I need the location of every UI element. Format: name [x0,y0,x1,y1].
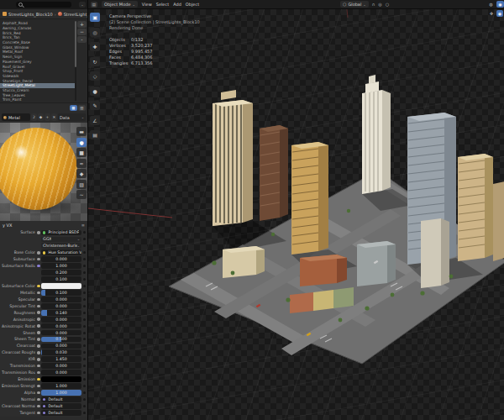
keyframe-dot[interactable] [83,271,86,274]
users-count-button[interactable]: 2 [31,113,37,121]
fake-user-button[interactable]: ◆ [38,113,44,121]
prop-field[interactable]: 0.000 [41,256,81,262]
keyframe-dot[interactable] [83,278,86,281]
prop-field[interactable]: Principled BSDF [41,230,81,236]
panel-options-icon[interactable]: ≡ [81,223,85,228]
prop-field[interactable]: 0.500 [41,337,81,343]
prop-field[interactable]: 0.030 [41,349,81,355]
tool-select-box[interactable]: ▣ [90,13,100,22]
shading-rendered-icon[interactable]: ◉ [496,1,504,8]
keyframe-dot[interactable] [83,358,86,360]
tool-move[interactable]: ✚ [90,42,100,51]
tool-transform[interactable]: ● [90,87,100,96]
preview-sphere-button[interactable]: ● [76,138,87,147]
keyframe-dot[interactable] [83,298,86,301]
tool-annotate[interactable]: ✎ [90,101,100,110]
prop-field[interactable]: 0.000 [41,317,81,323]
shading-material-icon[interactable]: ◍ [487,1,495,8]
menu-view[interactable]: View [142,2,152,7]
search-input[interactable] [16,2,71,8]
prop-field[interactable]: 0.140 [41,310,81,316]
proportional-edit-icon[interactable]: ◎ [378,2,381,7]
keyframe-dot[interactable] [83,385,86,387]
snap-magnet-icon[interactable]: ∩ [372,2,375,7]
keyframe-dot[interactable] [83,371,86,374]
color-swatch[interactable] [41,283,81,289]
keyframe-dot[interactable] [83,325,86,328]
color-swatch[interactable] [41,376,81,382]
material-link-dropdown[interactable]: Data ⌄ [58,113,86,121]
preview-fluid-button[interactable]: ~ [76,190,87,199]
prop-field[interactable]: Default [41,396,81,402]
shader-panel-header[interactable]: y VX ≡ [0,221,87,229]
keyframe-dot[interactable] [83,291,86,294]
keyframe-dot[interactable] [83,365,86,367]
filter-dropdown-icon[interactable]: ⌄ [79,2,86,8]
keyframe-dot[interactable] [83,231,86,234]
prop-field[interactable]: Christensen-Burley⌄ [41,243,81,249]
slot-link-object-toggle[interactable]: ▦ [70,105,77,111]
keyframe-dot[interactable] [83,338,86,340]
breadcrumb-object[interactable]: StreetLights_Block10 [8,12,53,17]
prop-field[interactable]: 0.000 [41,303,81,309]
keyframe-dot[interactable] [83,265,86,267]
unlink-material-button[interactable]: ✕ [51,113,57,121]
keyframe-dot[interactable] [83,378,86,381]
material-slot-item[interactable]: Trim_Paint [0,97,75,102]
prop-field[interactable]: 1.450 [41,356,81,362]
new-material-button[interactable]: + [45,113,50,121]
preview-cube-button[interactable]: ■ [76,148,87,157]
add-slot-button[interactable]: + [77,21,87,28]
tool-scale[interactable]: ◇ [90,71,100,81]
viewport-canvas[interactable]: ▣◎✚↻◇●✎∠▤ Camera Perspective (2) Scene C… [88,9,504,420]
keyframe-dot[interactable] [83,258,86,260]
keyframe-dot[interactable] [83,332,86,334]
transform-orientation-dropdown[interactable]: ⬡ Global ⌄ [340,1,369,8]
prop-field[interactable]: 0.000 [41,363,81,369]
preview-hair-button[interactable]: ≈ [76,159,87,168]
keyframe-dot[interactable] [83,238,86,240]
keyframe-dot[interactable] [83,351,86,354]
tool-add-cube[interactable]: ▤ [90,130,100,139]
prop-field[interactable]: 1.000 [41,263,81,269]
prop-field[interactable]: GGX⌄ [41,237,81,243]
slot-link-data-toggle[interactable]: ▥ [78,105,86,111]
viewport-gizmo-icon[interactable]: ✥ [488,10,495,17]
menu-select[interactable]: Select [156,2,169,7]
tool-measure[interactable]: ∠ [90,116,100,125]
keyframe-dot[interactable] [83,398,86,401]
tool-rotate[interactable]: ↻ [90,57,100,66]
prop-field[interactable]: 0.100 [41,290,81,296]
menu-add[interactable]: Add [173,2,181,7]
preview-plane-button[interactable]: ▬ [76,127,87,136]
prop-field[interactable]: Default [41,410,81,416]
keyframe-dot[interactable] [83,285,86,287]
keyframe-dot[interactable] [83,251,86,254]
keyframe-dot[interactable] [83,318,86,321]
keyframe-dot[interactable] [83,405,86,407]
keyframe-dot[interactable] [83,344,86,347]
prop-field[interactable]: 0.100 [41,276,81,282]
remove-slot-button[interactable]: − [77,29,87,35]
prop-field[interactable]: Hue Saturation Value [41,249,81,255]
menu-object[interactable]: Object [186,2,199,7]
prop-field[interactable]: Default [41,403,81,409]
keyframe-dot[interactable] [83,244,86,247]
prop-field[interactable]: 0.000 [41,323,81,329]
prop-field[interactable]: 0.200 [41,270,81,276]
tool-cursor[interactable]: ◎ [90,28,100,37]
mode-dropdown[interactable]: Object Mode ⌄ [102,1,138,8]
keyframe-dot[interactable] [83,391,86,394]
keyframe-dot[interactable] [83,412,86,414]
prop-field[interactable]: 0.000 [41,370,81,375]
slot-specials-button[interactable]: ⌄ [77,36,87,43]
material-name-field[interactable]: Metal [2,113,30,121]
keyframe-dot[interactable] [83,305,86,307]
prop-field[interactable]: 0.000 [41,344,81,349]
prop-field[interactable]: 0.000 [41,330,81,336]
prop-field[interactable]: 0.000 [41,297,81,302]
slot-scrollbar[interactable] [75,21,76,67]
editor-type-icon[interactable]: ▤ [91,2,97,8]
breadcrumb-material[interactable]: StreetLight_Metal [64,12,87,17]
shading-preview-icon[interactable]: ◉ [496,10,503,17]
